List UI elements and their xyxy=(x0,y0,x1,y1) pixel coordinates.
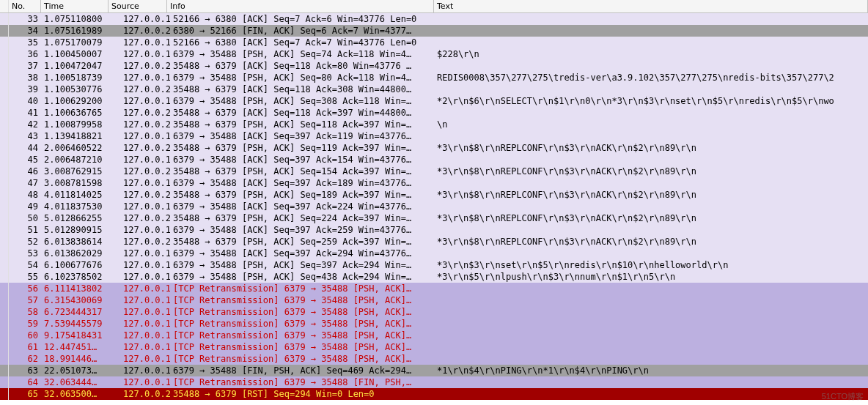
packet-info: 35488 → 6379 [PSH, ACK] Seq=154 Ack=397 … xyxy=(170,166,434,177)
packet-text: *3\r\n$8\r\nREPLCONF\r\n$3\r\nACK\r\n$2\… xyxy=(434,166,868,177)
packet-row[interactable]: 515.012890915127.0.0.16379 → 35488 [ACK]… xyxy=(0,224,868,236)
tree-gutter xyxy=(0,83,9,95)
packet-row[interactable]: 484.011814025127.0.0.235488 → 6379 [PSH,… xyxy=(0,189,868,201)
packet-row[interactable]: 6218.991446…127.0.0.1[TCP Retransmission… xyxy=(0,353,868,365)
packet-no: 41 xyxy=(9,107,41,119)
col-header-info[interactable]: Info xyxy=(167,0,434,12)
packet-row[interactable]: 6322.051073…127.0.0.16379 → 35488 [FIN, … xyxy=(0,365,868,376)
packet-row[interactable]: 6432.063444…127.0.0.1[TCP Retransmission… xyxy=(0,376,868,388)
packet-time: 9.175418431 xyxy=(41,330,120,341)
col-header-text[interactable]: Text xyxy=(434,0,868,12)
packet-no: 37 xyxy=(9,60,41,72)
packet-src: 127.0.0.1 xyxy=(120,95,170,107)
packet-row[interactable]: 401.100629200127.0.0.16379 → 35488 [PSH,… xyxy=(0,95,868,107)
packet-text xyxy=(434,306,868,318)
packet-info: 52166 → 6380 [ACK] Seq=7 Ack=7 Win=43776… xyxy=(170,37,434,48)
packet-row[interactable]: 505.012866255127.0.0.235488 → 6379 [PSH,… xyxy=(0,212,868,224)
col-header-no[interactable]: No. xyxy=(9,0,41,12)
packet-row[interactable]: 576.315430069127.0.0.1[TCP Retransmissio… xyxy=(0,294,868,306)
packet-no: 38 xyxy=(9,72,41,83)
packet-row[interactable]: 494.011837530127.0.0.16379 → 35488 [ACK]… xyxy=(0,201,868,212)
packet-row[interactable]: 556.102378502127.0.0.16379 → 35488 [PSH,… xyxy=(0,271,868,283)
packet-row[interactable]: 546.100677676127.0.0.16379 → 35488 [PSH,… xyxy=(0,259,868,271)
packet-row[interactable]: 381.100518739127.0.0.16379 → 35488 [PSH,… xyxy=(0,72,868,83)
packet-row[interactable]: 391.100530776127.0.0.235488 → 6379 [ACK]… xyxy=(0,83,868,95)
packet-text xyxy=(434,376,868,388)
packet-row[interactable]: 371.100472047127.0.0.235488 → 6379 [ACK]… xyxy=(0,60,868,72)
packet-row[interactable]: 351.075170079127.0.0.152166 → 6380 [ACK]… xyxy=(0,37,868,48)
packet-time: 5.012890915 xyxy=(41,224,120,236)
packet-row[interactable]: 331.075110800127.0.0.152166 → 6380 [ACK]… xyxy=(0,13,868,25)
packet-no: 61 xyxy=(9,341,41,353)
packet-row[interactable]: 6112.447451…127.0.0.1[TCP Retransmission… xyxy=(0,341,868,353)
packet-row[interactable]: 597.539445579127.0.0.1[TCP Retransmissio… xyxy=(0,318,868,330)
tree-gutter xyxy=(0,330,9,341)
packet-row[interactable]: 536.013862029127.0.0.16379 → 35488 [ACK]… xyxy=(0,248,868,259)
packet-src: 127.0.0.2 xyxy=(120,119,170,130)
packet-row[interactable]: 463.008762915127.0.0.235488 → 6379 [PSH,… xyxy=(0,166,868,177)
tree-gutter xyxy=(0,0,9,12)
packet-no: 65 xyxy=(9,388,41,400)
tree-gutter xyxy=(0,236,9,248)
packet-src: 127.0.0.1 xyxy=(120,271,170,283)
packet-text xyxy=(434,130,868,142)
packet-info: 6380 → 52166 [FIN, ACK] Seq=6 Ack=7 Win=… xyxy=(170,25,434,37)
packet-src: 127.0.0.1 xyxy=(120,201,170,212)
packet-row[interactable]: 442.006460522127.0.0.235488 → 6379 [PSH,… xyxy=(0,142,868,154)
packet-row[interactable]: 411.100636765127.0.0.235488 → 6379 [ACK]… xyxy=(0,107,868,119)
tree-gutter xyxy=(0,259,9,271)
packet-no: 35 xyxy=(9,37,41,48)
packet-row[interactable]: 361.100450007127.0.0.16379 → 35488 [PSH,… xyxy=(0,48,868,60)
packet-src: 127.0.0.2 xyxy=(120,189,170,201)
tree-gutter xyxy=(0,271,9,283)
packet-row[interactable]: 6532.063500…127.0.0.235488 → 6379 [RST] … xyxy=(0,388,868,400)
packet-info: [TCP Retransmission] 6379 → 35488 [PSH, … xyxy=(170,318,434,330)
packet-time: 32.063444… xyxy=(41,376,120,388)
packet-no: 63 xyxy=(9,365,41,376)
packet-time: 1.139418821 xyxy=(41,130,120,142)
packet-src: 127.0.0.2 xyxy=(120,25,170,37)
packet-no: 51 xyxy=(9,224,41,236)
packet-no: 39 xyxy=(9,83,41,95)
packet-text: *3\r\n$8\r\nREPLCONF\r\n$3\r\nACK\r\n$2\… xyxy=(434,142,868,154)
packet-src: 127.0.0.1 xyxy=(120,294,170,306)
packet-info: 35488 → 6379 [PSH, ACK] Seq=119 Ack=397 … xyxy=(170,142,434,154)
packet-src: 127.0.0.2 xyxy=(120,83,170,95)
packet-row[interactable]: 452.006487210127.0.0.16379 → 35488 [ACK]… xyxy=(0,154,868,166)
packet-time: 12.447451… xyxy=(41,341,120,353)
packet-time: 1.075170079 xyxy=(41,37,120,48)
packet-text: *3\r\n$8\r\nREPLCONF\r\n$3\r\nACK\r\n$2\… xyxy=(434,189,868,201)
col-header-time[interactable]: Time xyxy=(41,0,108,12)
packet-info: [TCP Retransmission] 6379 → 35488 [PSH, … xyxy=(170,353,434,365)
packet-src: 127.0.0.1 xyxy=(120,318,170,330)
packet-row[interactable]: 609.175418431127.0.0.1[TCP Retransmissio… xyxy=(0,330,868,341)
packet-row[interactable]: 566.111413802127.0.0.1[TCP Retransmissio… xyxy=(0,283,868,294)
tree-gutter xyxy=(0,48,9,60)
packet-info: [TCP Retransmission] 6379 → 35488 [PSH, … xyxy=(170,283,434,294)
packet-time: 2.006460522 xyxy=(41,142,120,154)
packet-time: 4.011814025 xyxy=(41,189,120,201)
packet-list[interactable]: 331.075110800127.0.0.152166 → 6380 [ACK]… xyxy=(0,13,868,400)
tree-gutter xyxy=(0,95,9,107)
packet-time: 22.051073… xyxy=(41,365,120,376)
tree-gutter xyxy=(0,119,9,130)
packet-src: 127.0.0.1 xyxy=(120,72,170,83)
packet-table-header: No. Time Source Info Text xyxy=(0,0,868,13)
packet-info: 35488 → 6379 [PSH, ACK] Seq=224 Ack=397 … xyxy=(170,212,434,224)
packet-info: 35488 → 6379 [ACK] Seq=118 Ack=397 Win=4… xyxy=(170,107,434,119)
packet-src: 127.0.0.1 xyxy=(120,306,170,318)
packet-text xyxy=(434,341,868,353)
tree-gutter xyxy=(0,177,9,189)
packet-row[interactable]: 586.723444317127.0.0.1[TCP Retransmissio… xyxy=(0,306,868,318)
packet-src: 127.0.0.1 xyxy=(120,13,170,25)
packet-row[interactable]: 431.139418821127.0.0.16379 → 35488 [ACK]… xyxy=(0,130,868,142)
packet-row[interactable]: 526.013838614127.0.0.235488 → 6379 [PSH,… xyxy=(0,236,868,248)
packet-row[interactable]: 473.008781598127.0.0.16379 → 35488 [ACK]… xyxy=(0,177,868,189)
packet-row[interactable]: 421.100879958127.0.0.235488 → 6379 [PSH,… xyxy=(0,119,868,130)
col-header-source[interactable]: Source xyxy=(108,0,167,12)
packet-src: 127.0.0.2 xyxy=(120,236,170,248)
packet-info: 35488 → 6379 [ACK] Seq=118 Ack=308 Win=4… xyxy=(170,83,434,95)
packet-row[interactable]: 341.075161989127.0.0.26380 → 52166 [FIN,… xyxy=(0,25,868,37)
packet-text xyxy=(434,25,868,37)
tree-gutter xyxy=(0,60,9,72)
